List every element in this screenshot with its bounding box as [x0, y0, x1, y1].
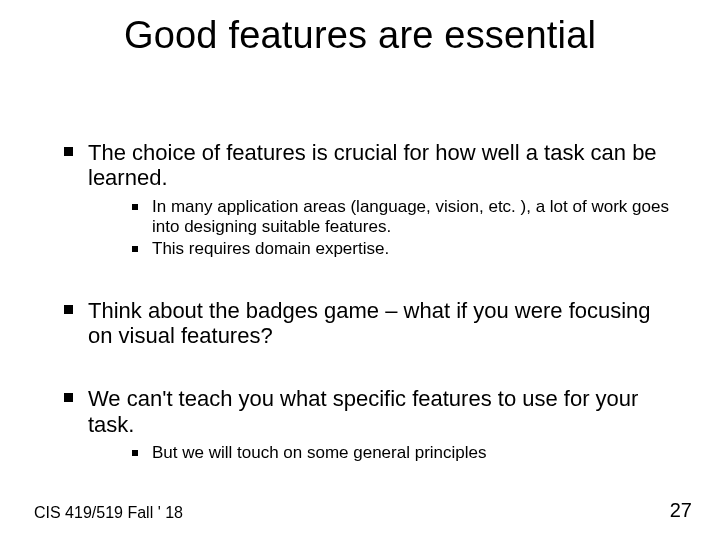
sub-bullet-item: In many application areas (language, vis…: [128, 197, 670, 238]
sub-bullet-text: In many application areas (language, vis…: [152, 197, 669, 236]
bullet-item: The choice of features is crucial for ho…: [60, 140, 670, 260]
bullet-text: Think about the badges game – what if yo…: [88, 298, 651, 348]
bullet-text: We can't teach you what specific feature…: [88, 386, 638, 436]
sub-bullet-list: But we will touch on some general princi…: [88, 443, 670, 463]
sub-bullet-text: This requires domain expertise.: [152, 239, 389, 258]
slide-number: 27: [670, 499, 692, 522]
bullet-item: Think about the badges game – what if yo…: [60, 298, 670, 349]
footer-course: CIS 419/519 Fall ' 18: [34, 504, 183, 522]
sub-bullet-text: But we will touch on some general princi…: [152, 443, 487, 462]
sub-bullet-item: But we will touch on some general princi…: [128, 443, 670, 463]
slide-body: The choice of features is crucial for ho…: [60, 140, 670, 483]
spacer: [60, 368, 670, 386]
bullet-text: The choice of features is crucial for ho…: [88, 140, 657, 190]
sub-bullet-item: This requires domain expertise.: [128, 239, 670, 259]
spacer: [60, 280, 670, 298]
slide: Good features are essential The choice o…: [0, 0, 720, 540]
sub-bullet-list: In many application areas (language, vis…: [88, 197, 670, 260]
bullet-list: The choice of features is crucial for ho…: [60, 140, 670, 463]
bullet-item: We can't teach you what specific feature…: [60, 386, 670, 463]
slide-title: Good features are essential: [0, 0, 720, 57]
